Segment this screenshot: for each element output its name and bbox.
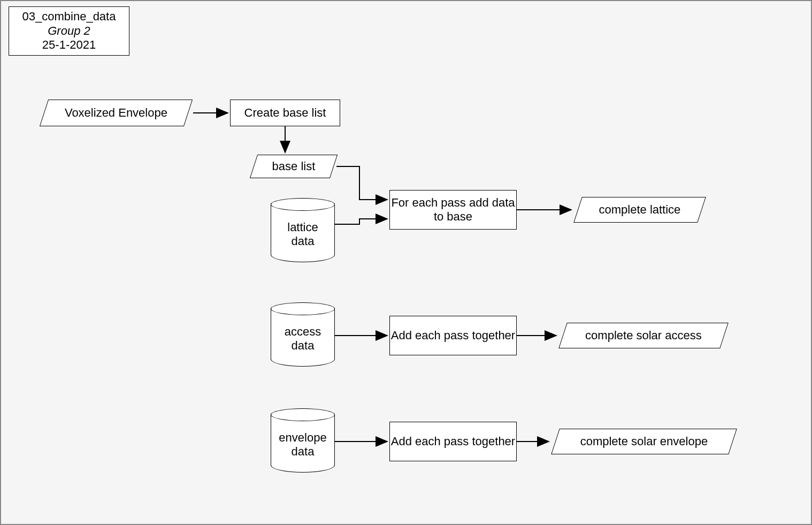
label-access-data: accessdata <box>271 325 335 353</box>
node-complete-lattice: complete lattice <box>573 197 706 223</box>
node-for-each-pass: For each pass add data to base <box>389 190 517 230</box>
node-create-base-list: Create base list <box>230 100 340 126</box>
flowchart-canvas: 03_combine_data Group 2 25-1-2021 Voxeli… <box>0 0 812 525</box>
label-add-access: Add each pass together <box>391 329 515 343</box>
label-envelope-data: envelopedata <box>271 431 335 459</box>
node-complete-solar-access: complete solar access <box>558 323 729 348</box>
title-line-1: 03_combine_data <box>22 10 116 24</box>
node-add-access: Add each pass together <box>389 316 517 355</box>
node-voxelized-envelope: Voxelized Envelope <box>40 100 193 126</box>
label-complete-solar-access: complete solar access <box>566 329 721 343</box>
diagram-title-box: 03_combine_data Group 2 25-1-2021 <box>9 6 129 56</box>
label-complete-lattice: complete lattice <box>581 203 698 217</box>
label-voxelized-envelope: Voxelized Envelope <box>48 106 185 120</box>
node-envelope-data: envelopedata <box>271 408 335 473</box>
arrow-baselist-to-foreach <box>336 166 387 200</box>
node-add-envelope: Add each pass together <box>389 422 517 461</box>
node-access-data: accessdata <box>271 302 335 367</box>
label-lattice-data: latticedata <box>271 220 335 249</box>
label-complete-solar-envelope: complete solar envelope <box>559 435 729 448</box>
label-base-list: base list <box>257 159 330 173</box>
label-for-each-pass: For each pass add data to base <box>390 196 516 224</box>
arrow-lattice-to-foreach <box>335 219 387 224</box>
node-lattice-data: latticedata <box>271 198 335 262</box>
node-complete-solar-envelope: complete solar envelope <box>551 429 737 454</box>
label-add-envelope: Add each pass together <box>391 435 515 448</box>
title-line-3: 25-1-2021 <box>42 38 96 52</box>
node-base-list: base list <box>250 155 338 178</box>
label-create-base-list: Create base list <box>244 106 326 120</box>
title-line-2: Group 2 <box>48 24 90 38</box>
